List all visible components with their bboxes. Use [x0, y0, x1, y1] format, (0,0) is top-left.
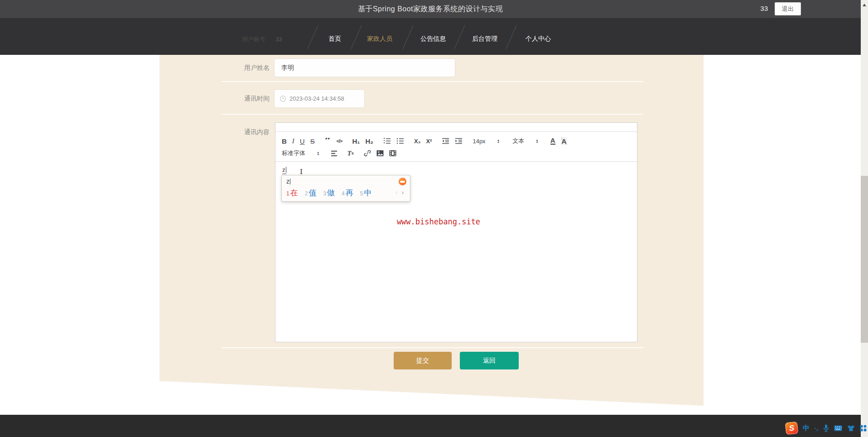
sogou-ime-toolbar: S 中 ·, [786, 422, 867, 434]
clock-icon [280, 96, 286, 102]
rich-text-editor: B I U S ” </> H₁ H₂ X₂ X² [275, 122, 637, 342]
skin-shirt-icon[interactable] [847, 425, 855, 432]
nav-item-admin[interactable]: 后台管理 [472, 35, 497, 43]
updown-icon: ▴▾ [536, 139, 538, 143]
username-input[interactable] [274, 58, 455, 77]
scrollbar-thumb[interactable] [861, 176, 868, 343]
nav-divider [307, 25, 318, 49]
text-style-select[interactable]: 文本 ▴▾ [512, 137, 538, 145]
datetime-value: 2023-03-24 14:34:58 [289, 95, 344, 102]
font-family-value: 标准字体 [282, 149, 305, 157]
logout-button[interactable]: 退出 [775, 2, 801, 15]
ime-candidate-list: 1在 2值 3做 4再 5中 [286, 188, 371, 198]
strikethrough-icon[interactable]: S [310, 137, 315, 145]
ordered-list-icon[interactable] [383, 138, 391, 144]
ime-candidate[interactable]: 3做 [323, 188, 335, 198]
account-value: 33 [275, 36, 282, 43]
nav-item-home[interactable]: 首页 [328, 35, 341, 43]
editor-top-strip [275, 123, 637, 132]
blockquote-icon[interactable]: ” [325, 138, 331, 144]
link-icon[interactable] [364, 150, 371, 157]
content-panel: 用户姓名 通讯时间 2023-03-24 14:34:58 通讯内容 B I U… [159, 55, 704, 378]
content-label: 通讯内容 [187, 128, 270, 136]
row-separator [221, 81, 643, 82]
nav-item-housekeepers[interactable]: 家政人员 [367, 35, 392, 43]
row-separator [221, 114, 643, 115]
time-label: 通讯时间 [187, 95, 270, 103]
ime-caret [290, 179, 290, 185]
microphone-icon[interactable] [823, 424, 829, 432]
nav-item-announcements[interactable]: 公告信息 [420, 35, 446, 43]
header2-icon[interactable]: H₂ [365, 137, 373, 145]
nav-divider [402, 25, 414, 49]
submit-button[interactable]: 提交 [394, 352, 452, 369]
video-icon[interactable] [389, 150, 396, 156]
clear-format-icon[interactable]: Tx [347, 150, 354, 157]
punctuation-icon[interactable]: ·, [815, 425, 818, 432]
back-button[interactable]: 返回 [460, 352, 519, 369]
indent-icon[interactable] [455, 138, 463, 144]
ime-candidate[interactable]: 1在 [286, 188, 298, 198]
ime-prev-page-icon[interactable]: ‹ [395, 189, 397, 196]
underline-icon[interactable]: U [300, 137, 305, 145]
background-color-icon[interactable]: A [561, 137, 568, 145]
sogou-s-logo-icon[interactable]: S [785, 422, 799, 435]
vertical-scrollbar [861, 0, 868, 437]
italic-icon[interactable]: I [292, 137, 294, 145]
row-separator [221, 347, 643, 348]
taskbar [0, 415, 861, 437]
bold-icon[interactable]: B [282, 137, 287, 145]
toolbox-grid-icon[interactable] [860, 425, 867, 432]
datetime-input[interactable]: 2023-03-24 14:34:58 [274, 89, 365, 108]
ime-candidate[interactable]: 2值 [305, 188, 317, 198]
editor-content-area[interactable]: z I z 1在 2值 3做 4再 5中 ‹ › [275, 162, 637, 342]
sogou-logo-icon[interactable] [399, 178, 406, 185]
scroll-up-arrow-icon[interactable] [863, 4, 866, 6]
font-size-value: 14px [473, 138, 485, 145]
toolbar-row-2: 标准字体 ▴▾ Tx [282, 148, 631, 159]
subscript-icon[interactable]: X₂ [414, 138, 420, 145]
ime-pager: ‹ › [395, 189, 404, 196]
ime-typed-text: z [286, 178, 290, 185]
main-nav: 用户账号33 首页 家政人员 公告信息 后台管理 个人中心 [0, 18, 861, 55]
nav-item-profile[interactable]: 个人中心 [526, 35, 551, 43]
superscript-icon[interactable]: X² [426, 138, 432, 145]
account-info: 用户账号33 [242, 35, 282, 44]
chinese-mode-icon[interactable]: 中 [803, 424, 810, 432]
font-color-icon[interactable]: A [550, 137, 555, 145]
text-style-value: 文本 [512, 137, 524, 145]
toolbar-row-1: B I U S ” </> H₁ H₂ X₂ X² [282, 135, 631, 147]
nav-divider [454, 25, 465, 49]
font-size-select[interactable]: 14px ▴▾ [473, 138, 499, 145]
nav-divider [351, 25, 362, 49]
outdent-icon[interactable] [442, 138, 449, 144]
ime-composition-text: z [282, 166, 286, 174]
align-icon[interactable] [331, 151, 338, 156]
username-label: 用户姓名 [187, 64, 270, 72]
header1-icon[interactable]: H₁ [352, 137, 360, 145]
updown-icon: ▴▾ [497, 139, 499, 143]
nav-divider [506, 25, 517, 49]
editor-toolbar: B I U S ” </> H₁ H₂ X₂ X² [275, 132, 637, 162]
updown-icon: ▴▾ [317, 151, 319, 155]
account-label: 用户账号 [242, 36, 265, 43]
ime-candidate[interactable]: 4再 [342, 188, 353, 198]
app-header: 基于Spring Boot家政服务系统的设计与实现 33 退出 [0, 0, 861, 18]
font-family-select[interactable]: 标准字体 ▴▾ [282, 149, 319, 157]
user-id-badge: 33 [760, 5, 768, 12]
ime-popup: z 1在 2值 3做 4再 5中 ‹ › [281, 175, 410, 202]
keyboard-icon[interactable] [834, 425, 842, 431]
bullet-list-icon[interactable] [396, 138, 404, 144]
image-icon[interactable] [376, 150, 384, 156]
watermark-text: www.bishebang.site [371, 217, 506, 226]
page-title: 基于Spring Boot家政服务系统的设计与实现 [0, 5, 861, 14]
text-caret [286, 167, 286, 173]
code-block-icon[interactable]: </> [337, 138, 342, 144]
ime-next-page-icon[interactable]: › [402, 189, 404, 196]
page: 基于Spring Boot家政服务系统的设计与实现 33 退出 用户账号33 首… [0, 0, 868, 437]
ime-candidate[interactable]: 5中 [360, 188, 372, 198]
